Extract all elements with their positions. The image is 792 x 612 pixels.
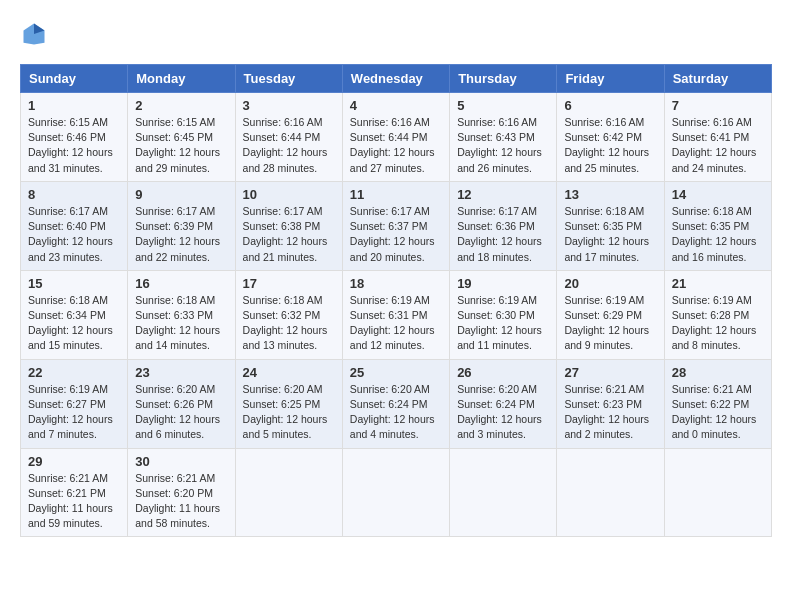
- day-info: Sunrise: 6:15 AM Sunset: 6:46 PM Dayligh…: [28, 115, 120, 176]
- day-number: 15: [28, 276, 120, 291]
- sunset-label: Sunset: 6:44 PM: [243, 131, 321, 143]
- calendar-cell: 11 Sunrise: 6:17 AM Sunset: 6:37 PM Dayl…: [342, 181, 449, 270]
- sunrise-label: Sunrise: 6:17 AM: [135, 205, 215, 217]
- calendar-cell: 22 Sunrise: 6:19 AM Sunset: 6:27 PM Dayl…: [21, 359, 128, 448]
- day-number: 21: [672, 276, 764, 291]
- calendar-cell: 28 Sunrise: 6:21 AM Sunset: 6:22 PM Dayl…: [664, 359, 771, 448]
- day-number: 30: [135, 454, 227, 469]
- sunset-label: Sunset: 6:24 PM: [457, 398, 535, 410]
- daylight-label: Daylight: 12 hours and 3 minutes.: [457, 413, 542, 440]
- daylight-label: Daylight: 12 hours and 5 minutes.: [243, 413, 328, 440]
- calendar-cell: 24 Sunrise: 6:20 AM Sunset: 6:25 PM Dayl…: [235, 359, 342, 448]
- daylight-label: Daylight: 12 hours and 17 minutes.: [564, 235, 649, 262]
- sunrise-label: Sunrise: 6:18 AM: [564, 205, 644, 217]
- sunrise-label: Sunrise: 6:20 AM: [135, 383, 215, 395]
- day-number: 1: [28, 98, 120, 113]
- day-number: 28: [672, 365, 764, 380]
- sunset-label: Sunset: 6:42 PM: [564, 131, 642, 143]
- day-number: 7: [672, 98, 764, 113]
- weekday-header-monday: Monday: [128, 65, 235, 93]
- calendar-table: SundayMondayTuesdayWednesdayThursdayFrid…: [20, 64, 772, 537]
- week-row-5: 29 Sunrise: 6:21 AM Sunset: 6:21 PM Dayl…: [21, 448, 772, 537]
- sunrise-label: Sunrise: 6:16 AM: [243, 116, 323, 128]
- day-info: Sunrise: 6:16 AM Sunset: 6:44 PM Dayligh…: [350, 115, 442, 176]
- sunset-label: Sunset: 6:27 PM: [28, 398, 106, 410]
- calendar-cell: 17 Sunrise: 6:18 AM Sunset: 6:32 PM Dayl…: [235, 270, 342, 359]
- daylight-label: Daylight: 12 hours and 0 minutes.: [672, 413, 757, 440]
- day-number: 29: [28, 454, 120, 469]
- week-row-1: 1 Sunrise: 6:15 AM Sunset: 6:46 PM Dayli…: [21, 93, 772, 182]
- logo: [20, 20, 52, 48]
- day-info: Sunrise: 6:19 AM Sunset: 6:30 PM Dayligh…: [457, 293, 549, 354]
- day-number: 12: [457, 187, 549, 202]
- weekday-header-row: SundayMondayTuesdayWednesdayThursdayFrid…: [21, 65, 772, 93]
- weekday-header-thursday: Thursday: [450, 65, 557, 93]
- day-number: 23: [135, 365, 227, 380]
- sunset-label: Sunset: 6:41 PM: [672, 131, 750, 143]
- calendar-cell: 9 Sunrise: 6:17 AM Sunset: 6:39 PM Dayli…: [128, 181, 235, 270]
- day-info: Sunrise: 6:19 AM Sunset: 6:27 PM Dayligh…: [28, 382, 120, 443]
- daylight-label: Daylight: 12 hours and 22 minutes.: [135, 235, 220, 262]
- sunset-label: Sunset: 6:33 PM: [135, 309, 213, 321]
- day-info: Sunrise: 6:21 AM Sunset: 6:20 PM Dayligh…: [135, 471, 227, 532]
- sunset-label: Sunset: 6:45 PM: [135, 131, 213, 143]
- day-info: Sunrise: 6:18 AM Sunset: 6:35 PM Dayligh…: [564, 204, 656, 265]
- sunset-label: Sunset: 6:43 PM: [457, 131, 535, 143]
- weekday-header-wednesday: Wednesday: [342, 65, 449, 93]
- sunset-label: Sunset: 6:39 PM: [135, 220, 213, 232]
- daylight-label: Daylight: 12 hours and 28 minutes.: [243, 146, 328, 173]
- calendar-cell: 16 Sunrise: 6:18 AM Sunset: 6:33 PM Dayl…: [128, 270, 235, 359]
- day-number: 14: [672, 187, 764, 202]
- sunset-label: Sunset: 6:23 PM: [564, 398, 642, 410]
- sunset-label: Sunset: 6:31 PM: [350, 309, 428, 321]
- calendar-cell: [342, 448, 449, 537]
- sunrise-label: Sunrise: 6:17 AM: [243, 205, 323, 217]
- day-number: 3: [243, 98, 335, 113]
- sunset-label: Sunset: 6:25 PM: [243, 398, 321, 410]
- daylight-label: Daylight: 12 hours and 23 minutes.: [28, 235, 113, 262]
- day-info: Sunrise: 6:18 AM Sunset: 6:34 PM Dayligh…: [28, 293, 120, 354]
- sunrise-label: Sunrise: 6:17 AM: [28, 205, 108, 217]
- daylight-label: Daylight: 12 hours and 27 minutes.: [350, 146, 435, 173]
- day-number: 10: [243, 187, 335, 202]
- sunrise-label: Sunrise: 6:20 AM: [457, 383, 537, 395]
- day-number: 18: [350, 276, 442, 291]
- calendar-cell: 20 Sunrise: 6:19 AM Sunset: 6:29 PM Dayl…: [557, 270, 664, 359]
- sunrise-label: Sunrise: 6:19 AM: [564, 294, 644, 306]
- calendar-cell: 23 Sunrise: 6:20 AM Sunset: 6:26 PM Dayl…: [128, 359, 235, 448]
- daylight-label: Daylight: 12 hours and 25 minutes.: [564, 146, 649, 173]
- day-info: Sunrise: 6:20 AM Sunset: 6:24 PM Dayligh…: [350, 382, 442, 443]
- daylight-label: Daylight: 11 hours and 58 minutes.: [135, 502, 220, 529]
- sunrise-label: Sunrise: 6:16 AM: [564, 116, 644, 128]
- sunrise-label: Sunrise: 6:18 AM: [672, 205, 752, 217]
- calendar-cell: 10 Sunrise: 6:17 AM Sunset: 6:38 PM Dayl…: [235, 181, 342, 270]
- daylight-label: Daylight: 12 hours and 31 minutes.: [28, 146, 113, 173]
- daylight-label: Daylight: 12 hours and 7 minutes.: [28, 413, 113, 440]
- day-info: Sunrise: 6:21 AM Sunset: 6:22 PM Dayligh…: [672, 382, 764, 443]
- sunrise-label: Sunrise: 6:18 AM: [243, 294, 323, 306]
- day-info: Sunrise: 6:19 AM Sunset: 6:28 PM Dayligh…: [672, 293, 764, 354]
- day-number: 19: [457, 276, 549, 291]
- sunrise-label: Sunrise: 6:20 AM: [243, 383, 323, 395]
- day-info: Sunrise: 6:17 AM Sunset: 6:40 PM Dayligh…: [28, 204, 120, 265]
- calendar-cell: [450, 448, 557, 537]
- day-number: 8: [28, 187, 120, 202]
- sunrise-label: Sunrise: 6:21 AM: [28, 472, 108, 484]
- calendar-cell: [235, 448, 342, 537]
- weekday-header-saturday: Saturday: [664, 65, 771, 93]
- daylight-label: Daylight: 12 hours and 20 minutes.: [350, 235, 435, 262]
- day-info: Sunrise: 6:19 AM Sunset: 6:31 PM Dayligh…: [350, 293, 442, 354]
- day-info: Sunrise: 6:17 AM Sunset: 6:37 PM Dayligh…: [350, 204, 442, 265]
- calendar-cell: 29 Sunrise: 6:21 AM Sunset: 6:21 PM Dayl…: [21, 448, 128, 537]
- daylight-label: Daylight: 12 hours and 29 minutes.: [135, 146, 220, 173]
- calendar-cell: 5 Sunrise: 6:16 AM Sunset: 6:43 PM Dayli…: [450, 93, 557, 182]
- daylight-label: Daylight: 12 hours and 11 minutes.: [457, 324, 542, 351]
- daylight-label: Daylight: 12 hours and 18 minutes.: [457, 235, 542, 262]
- sunrise-label: Sunrise: 6:16 AM: [672, 116, 752, 128]
- daylight-label: Daylight: 12 hours and 21 minutes.: [243, 235, 328, 262]
- calendar-cell: 27 Sunrise: 6:21 AM Sunset: 6:23 PM Dayl…: [557, 359, 664, 448]
- day-info: Sunrise: 6:20 AM Sunset: 6:26 PM Dayligh…: [135, 382, 227, 443]
- weekday-header-sunday: Sunday: [21, 65, 128, 93]
- sunrise-label: Sunrise: 6:15 AM: [28, 116, 108, 128]
- calendar-cell: 13 Sunrise: 6:18 AM Sunset: 6:35 PM Dayl…: [557, 181, 664, 270]
